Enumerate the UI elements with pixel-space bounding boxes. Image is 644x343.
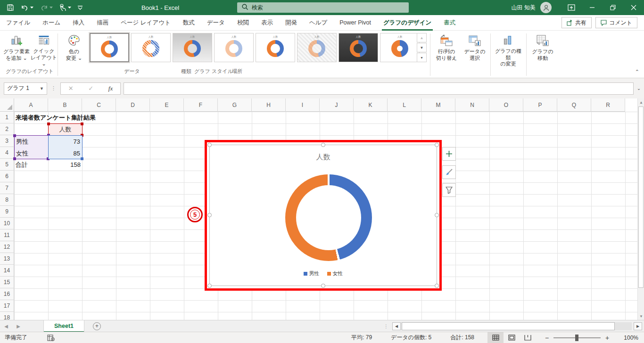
- tab-developer[interactable]: 開発: [279, 15, 303, 31]
- chart-title[interactable]: 人数: [210, 153, 437, 162]
- row-header-4[interactable]: 4: [0, 147, 14, 159]
- row-header-5[interactable]: 5: [0, 159, 14, 171]
- status-sum[interactable]: 合計: 158: [450, 334, 474, 342]
- row-header-14[interactable]: 14: [0, 265, 14, 277]
- row-header-9[interactable]: 9: [0, 206, 14, 218]
- scroll-down-icon[interactable]: ▼: [638, 312, 644, 320]
- tab-insert[interactable]: 挿入: [66, 15, 91, 31]
- cell-a5[interactable]: 合計: [16, 159, 28, 171]
- row-header-2[interactable]: 2: [0, 123, 14, 135]
- cell-b5[interactable]: 158: [48, 159, 81, 171]
- sheet-nav-right-icon[interactable]: ▶: [12, 324, 25, 329]
- column-header-F[interactable]: F: [184, 98, 218, 112]
- chart-handle-e[interactable]: [435, 213, 439, 217]
- page-break-preview-icon[interactable]: [520, 332, 536, 343]
- minimize-button[interactable]: [582, 0, 603, 15]
- change-chart-type-button[interactable]: グラフの種類 の変更: [493, 33, 523, 67]
- legend-item-2[interactable]: 女性: [327, 270, 343, 277]
- column-header-C[interactable]: C: [82, 98, 116, 112]
- macro-record-icon[interactable]: [47, 335, 55, 341]
- chart-handle-n[interactable]: [321, 143, 325, 147]
- zoom-slider-thumb[interactable]: [575, 335, 578, 341]
- quick-layout-button[interactable]: クイック レイアウト ⌄: [30, 33, 58, 67]
- column-header-L[interactable]: L: [388, 98, 421, 112]
- column-header-R[interactable]: R: [591, 98, 625, 112]
- column-header-A[interactable]: A: [14, 98, 48, 112]
- chart-handle-ne[interactable]: [435, 143, 439, 147]
- tab-chart-format[interactable]: 書式: [438, 15, 462, 31]
- column-header-B[interactable]: B: [48, 98, 82, 112]
- chart-handle-w[interactable]: [207, 213, 212, 217]
- tab-review[interactable]: 校閲: [231, 15, 255, 31]
- save-icon[interactable]: [7, 4, 14, 11]
- column-header-I[interactable]: I: [286, 98, 320, 112]
- row-header-1[interactable]: 1: [0, 112, 14, 123]
- tab-home[interactable]: ホーム: [36, 15, 66, 31]
- insert-function-icon[interactable]: fx: [108, 85, 113, 92]
- touch-mode-icon[interactable]: [59, 4, 71, 11]
- chart-style-8[interactable]: 人数: [380, 33, 420, 62]
- collapse-ribbon-icon[interactable]: ⌃: [635, 69, 639, 75]
- column-header-M[interactable]: M: [421, 98, 455, 112]
- change-colors-button[interactable]: 色の 変更 ⌄: [60, 33, 88, 67]
- chart-style-3[interactable]: 人数: [173, 33, 212, 62]
- chart-handle-se[interactable]: [435, 284, 439, 288]
- zoom-out-icon[interactable]: −: [542, 334, 552, 342]
- row-header-8[interactable]: 8: [0, 194, 14, 206]
- row-header-10[interactable]: 10: [0, 218, 14, 229]
- add-chart-element-button[interactable]: グラフ要素 を追加 ⌄: [3, 33, 30, 67]
- zoom-slider[interactable]: [553, 337, 601, 338]
- tab-scrollbar-splitter[interactable]: ⋮: [384, 324, 388, 329]
- column-header-Q[interactable]: Q: [557, 98, 591, 112]
- gallery-scroll-down-icon[interactable]: ▼: [417, 43, 427, 52]
- zoom-level[interactable]: 100%: [616, 335, 638, 341]
- hscroll-right-icon[interactable]: ▶: [634, 322, 642, 330]
- chart-handle-s[interactable]: [321, 284, 325, 288]
- redo-icon[interactable]: [40, 4, 53, 11]
- undo-icon[interactable]: [21, 4, 33, 11]
- range-b3-b4-values[interactable]: 73 85: [48, 135, 83, 159]
- chart-elements-button[interactable]: [442, 147, 456, 161]
- tab-power-pivot[interactable]: Power Pivot: [333, 15, 377, 31]
- search-box[interactable]: 検索: [237, 2, 409, 13]
- column-header-H[interactable]: H: [252, 98, 286, 112]
- chart-style-1[interactable]: 人数: [90, 33, 129, 62]
- tab-file[interactable]: ファイル: [0, 15, 36, 31]
- formula-input[interactable]: [124, 82, 634, 95]
- legend-item-1[interactable]: 男性: [304, 270, 320, 277]
- select-all-corner[interactable]: [0, 98, 14, 112]
- comments-button[interactable]: コメント: [595, 17, 637, 28]
- sheet-nav-left-icon[interactable]: ◀: [0, 324, 12, 329]
- scroll-up-icon[interactable]: ▲: [638, 98, 644, 106]
- normal-view-icon[interactable]: [487, 332, 504, 343]
- row-header-12[interactable]: 12: [0, 241, 14, 253]
- chart-style-6[interactable]: 人数: [297, 33, 337, 62]
- formula-bar-expand-icon[interactable]: ⌄: [634, 86, 644, 91]
- column-header-O[interactable]: O: [489, 98, 523, 112]
- vertical-scrollbar[interactable]: ▲ ▼: [637, 98, 644, 320]
- hscroll-left-icon[interactable]: ◀: [392, 322, 401, 330]
- chart-filters-button[interactable]: [442, 183, 456, 197]
- doughnut-chart[interactable]: 人数 男性女性: [209, 145, 437, 286]
- row-header-17[interactable]: 17: [0, 300, 14, 312]
- new-sheet-icon[interactable]: +: [93, 322, 101, 330]
- move-chart-button[interactable]: グラフの 移動: [529, 33, 556, 67]
- cell-a1[interactable]: 来場者数アンケート集計結果: [16, 112, 96, 123]
- gallery-more-icon[interactable]: ▾: [417, 53, 427, 62]
- tab-view[interactable]: 表示: [255, 15, 279, 31]
- chart-style-5[interactable]: 人数: [256, 33, 295, 62]
- select-data-button[interactable]: データの 選択: [461, 33, 488, 67]
- restore-button[interactable]: [603, 0, 623, 15]
- chart-styles-button[interactable]: [442, 165, 456, 179]
- vertical-scroll-thumb[interactable]: [638, 106, 644, 288]
- range-a3-a4-categories[interactable]: 男性 女性: [14, 135, 49, 159]
- row-header-7[interactable]: 7: [0, 182, 14, 194]
- page-layout-view-icon[interactable]: [504, 332, 520, 343]
- chart-style-7[interactable]: 人数: [339, 33, 378, 62]
- chart-style-2[interactable]: 人数: [131, 33, 171, 62]
- name-box[interactable]: グラフ 1 ▼: [4, 82, 47, 95]
- doughnut-plot[interactable]: [285, 174, 372, 261]
- row-header-6[interactable]: 6: [0, 171, 14, 182]
- column-header-G[interactable]: G: [218, 98, 252, 112]
- tab-help[interactable]: ヘルプ: [303, 15, 333, 31]
